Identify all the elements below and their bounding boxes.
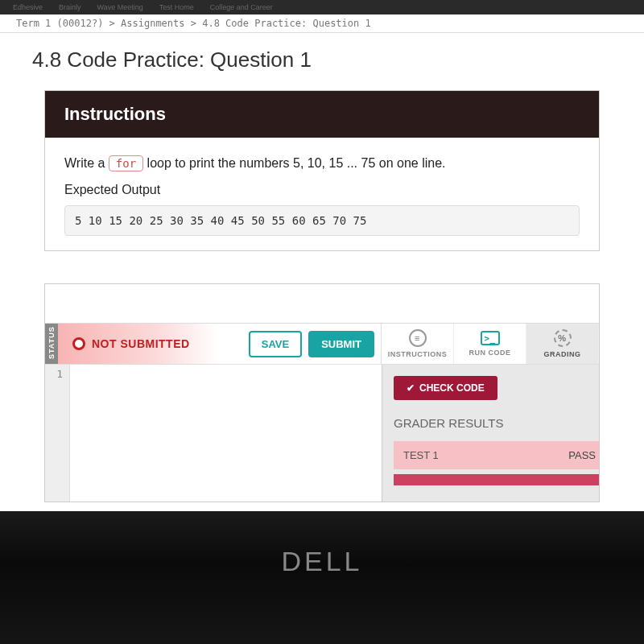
instruction-text: Write a for loop to print the numbers 5,… <box>64 155 580 171</box>
laptop-brand-logo: DELL <box>281 546 362 577</box>
instructions-header: Instructions <box>45 91 599 138</box>
code-keyword-for: for <box>109 155 143 171</box>
expected-output-box: 5 10 15 20 25 30 35 40 45 50 55 60 65 70… <box>64 205 580 236</box>
editor-text-area[interactable] <box>69 365 382 502</box>
check-code-label: CHECK CODE <box>419 382 485 394</box>
laptop-bezel: DELL <box>0 511 644 644</box>
test-result: PASS <box>568 449 599 461</box>
tab-instructions-label: INSTRUCTIONS <box>388 350 448 358</box>
expected-output-label: Expected Output <box>64 183 580 197</box>
browser-tab-strip: Edhesive Brainly Wave Meeting Test Home … <box>0 0 644 14</box>
test-progress-bar <box>394 474 599 485</box>
status-dot-icon <box>72 337 85 350</box>
status-text: NOT SUBMITTED <box>92 337 190 350</box>
browser-tab[interactable]: College and Career <box>204 3 279 11</box>
grader-pane: ✔ CHECK CODE GRADER RESULTS TEST 1 PASS <box>382 365 599 502</box>
line-number: 1 <box>48 368 63 380</box>
run-code-icon: >_ <box>481 331 500 345</box>
tab-grading[interactable]: % GRADING <box>526 324 599 364</box>
browser-tab[interactable]: Brainly <box>52 3 88 11</box>
browser-tab[interactable]: Edhesive <box>6 3 49 11</box>
check-code-button[interactable]: ✔ CHECK CODE <box>394 376 497 400</box>
ide-toolbar: STATUS NOT SUBMITTED SAVE SUBMIT ≡ INSTR… <box>45 323 599 365</box>
instruction-suffix: loop to print the numbers 5, 10, 15 ... … <box>143 156 445 170</box>
instruction-prefix: Write a <box>64 156 109 170</box>
instructions-panel: Instructions Write a for loop to print t… <box>44 90 600 251</box>
tab-grading-label: GRADING <box>544 350 581 358</box>
submit-button[interactable]: SUBMIT <box>308 331 374 357</box>
editor-gutter: 1 <box>45 365 69 502</box>
grading-icon: % <box>554 329 572 347</box>
page-title: 4.8 Code Practice: Question 1 <box>0 33 644 90</box>
status-vertical-tab[interactable]: STATUS <box>45 324 58 364</box>
check-icon: ✔ <box>407 382 415 394</box>
breadcrumb[interactable]: Term 1 (00012?) > Assignments > 4.8 Code… <box>0 14 644 33</box>
tab-run-code[interactable]: >_ RUN CODE <box>454 324 526 364</box>
browser-tab[interactable]: Test Home <box>153 3 200 11</box>
tab-instructions[interactable]: ≡ INSTRUCTIONS <box>382 324 454 364</box>
status-badge: NOT SUBMITTED <box>58 324 219 364</box>
code-editor[interactable]: 1 <box>45 365 382 502</box>
browser-tab[interactable]: Wave Meeting <box>91 3 150 11</box>
tab-run-label: RUN CODE <box>469 349 510 357</box>
grader-results-title: GRADER RESULTS <box>394 416 599 435</box>
save-button[interactable]: SAVE <box>249 331 302 357</box>
test-name: TEST 1 <box>403 449 439 461</box>
test-result-row[interactable]: TEST 1 PASS <box>394 441 599 469</box>
ide-panel: STATUS NOT SUBMITTED SAVE SUBMIT ≡ INSTR… <box>44 283 600 502</box>
instructions-icon: ≡ <box>409 329 427 347</box>
